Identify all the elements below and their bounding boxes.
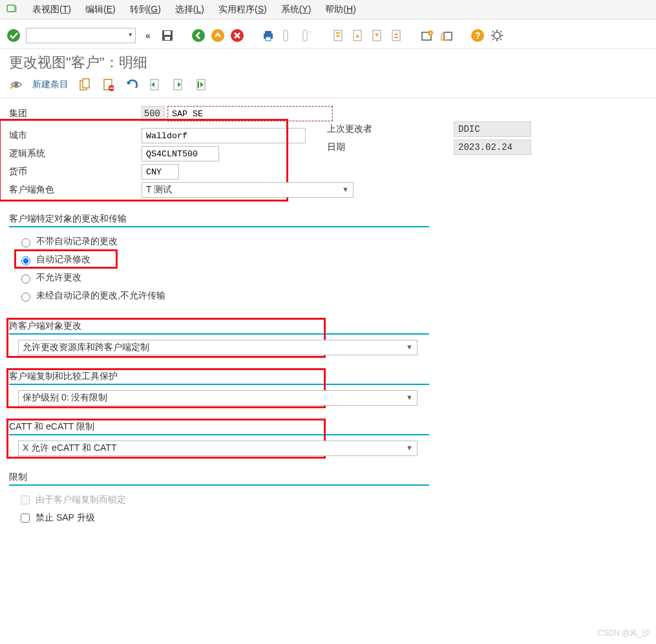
menu-util[interactable]: 实用程序(S) (218, 4, 267, 16)
catt-select[interactable]: X 允许 eCATT 和 CATT▼ (18, 441, 418, 456)
exit-button[interactable] (211, 28, 225, 43)
ok-button[interactable] (6, 28, 21, 43)
client-role-value: T 测试 (146, 184, 172, 196)
cancel-button[interactable] (230, 28, 244, 43)
command-field[interactable] (26, 28, 136, 43)
catt-value: X 允许 eCATT 和 CATT (23, 442, 116, 454)
next-page-button[interactable] (370, 28, 384, 43)
radio-opt3-label: 不允许更改 (36, 272, 81, 284)
svg-text:?: ? (475, 30, 481, 41)
undo-button[interactable] (124, 78, 138, 92)
logical-system-input[interactable] (142, 146, 219, 161)
copy-protection-value: 保护级别 0: 没有限制 (23, 392, 107, 404)
radio-opt3[interactable] (21, 275, 30, 284)
first-page-button[interactable] (331, 28, 345, 43)
svg-rect-3 (164, 31, 171, 35)
cross-client-select[interactable]: 允许更改资源库和跨客户端定制▼ (18, 340, 418, 355)
radio-opt1[interactable] (21, 238, 30, 247)
logical-system-label: 逻辑系统 (9, 148, 142, 160)
app-toolbar: « + + ? (0, 19, 656, 49)
last-page-button[interactable] (389, 28, 403, 43)
form-details: 城市 逻辑系统 货币 客户端角色 T 测试▼ 上次更改者 DDIC 日期 202… (0, 120, 656, 204)
next-entry-button[interactable] (171, 78, 185, 92)
print-button[interactable] (261, 28, 275, 43)
svg-point-1 (7, 29, 20, 42)
chk-locked (21, 495, 30, 504)
new-entry-button[interactable]: 新建条目 (32, 79, 69, 90)
menu-select[interactable]: 选择(L) (175, 4, 204, 16)
chk-no-upgrade-label: 禁止 SAP 升级 (36, 512, 95, 524)
group-catt: CATT 和 eCATT 限制 X 允许 eCATT 和 CATT▼ (9, 421, 429, 456)
group-cross-client: 跨客户端对象更改 允许更改资源库和跨客户端定制▼ (9, 320, 429, 355)
menu-edit[interactable]: 编辑(E) (85, 4, 116, 16)
back-button[interactable] (191, 28, 206, 43)
svg-text:+: + (429, 30, 432, 36)
group-restrictions-title: 限制 (9, 472, 429, 486)
chk-locked-label: 由于客户端复制而锁定 (36, 494, 126, 506)
svg-text:+: + (308, 29, 312, 36)
menu-goto[interactable]: 转到(G) (130, 4, 161, 16)
currency-label: 货币 (9, 166, 142, 178)
find-button[interactable] (280, 28, 295, 43)
radio-opt2-label: 自动记录修改 (36, 254, 90, 265)
radio-opt4-label: 未经自动记录的更改,不允许传输 (36, 290, 165, 302)
history-icon[interactable]: « (141, 28, 155, 43)
currency-input[interactable] (142, 164, 179, 180)
chk-no-upgrade[interactable] (21, 514, 30, 523)
changed-by-value: DDIC (454, 121, 531, 137)
menu-help[interactable]: 帮助(H) (325, 4, 355, 16)
city-label: 城市 (9, 130, 142, 141)
group-copy-protection-title: 客户端复制和比较工具保护 (9, 371, 429, 385)
group-restrictions: 限制 由于客户端复制而锁定 禁止 SAP 升级 (9, 472, 429, 527)
svg-rect-4 (165, 37, 170, 40)
group-client-specific: 客户端特定对象的更改和传输 不带自动记录的更改 自动记录修改 不允许更改 未经自… (9, 213, 429, 305)
delete-button[interactable] (101, 78, 115, 92)
group-catt-title: CATT 和 eCATT 限制 (9, 421, 429, 435)
client-label: 集团 (9, 108, 142, 119)
date-value: 2023.02.24 (454, 140, 531, 155)
group-copy-protection: 客户端复制和比较工具保护 保护级别 0: 没有限制▼ (9, 371, 429, 406)
svg-rect-35 (83, 79, 89, 88)
function-toolbar: 新建条目 (0, 72, 656, 98)
help-button[interactable]: ? (471, 28, 485, 43)
svg-point-24 (494, 32, 500, 39)
layout-button[interactable] (439, 28, 454, 43)
svg-rect-21 (444, 32, 452, 40)
svg-line-32 (492, 39, 494, 40)
copy-protection-select[interactable]: 保护级别 0: 没有限制▼ (18, 390, 418, 406)
find-next-button[interactable]: + (300, 28, 314, 43)
client-value: 500 (142, 106, 165, 121)
svg-point-5 (192, 29, 205, 42)
menu-system[interactable]: 系统(Y) (281, 4, 312, 16)
svg-point-6 (211, 29, 224, 42)
new-session-button[interactable]: + (420, 28, 434, 43)
client-role-label: 客户端角色 (9, 184, 142, 196)
chevron-down-icon: ▼ (342, 185, 349, 193)
svg-line-30 (500, 39, 502, 40)
city-input[interactable] (142, 128, 306, 143)
table-control-button[interactable] (194, 78, 208, 92)
copy-button[interactable] (78, 78, 92, 92)
toggle-display-button[interactable] (9, 78, 23, 92)
svg-point-33 (14, 83, 18, 87)
date-label: 日期 (327, 141, 454, 153)
svg-line-29 (492, 31, 494, 32)
local-layout-button[interactable] (490, 28, 504, 43)
group-client-specific-title: 客户端特定对象的更改和传输 (9, 213, 429, 227)
svg-rect-10 (266, 37, 271, 41)
client-role-select[interactable]: T 测试▼ (142, 182, 354, 198)
radio-opt4[interactable] (21, 293, 30, 302)
prev-page-button[interactable] (350, 28, 365, 43)
chevron-down-icon: ▼ (406, 343, 413, 351)
previous-entry-button[interactable] (147, 78, 162, 92)
svg-line-31 (500, 31, 502, 32)
radio-opt2[interactable] (21, 256, 30, 265)
client-name-input[interactable] (167, 106, 333, 121)
svg-rect-0 (7, 5, 15, 12)
radio-opt1-label: 不带自动记录的更改 (36, 236, 118, 247)
save-button[interactable] (160, 28, 175, 43)
form-header: 集团 500 (0, 98, 656, 120)
chevron-down-icon: ▼ (406, 444, 413, 452)
menu-table-view[interactable]: 表视图(T) (32, 4, 71, 16)
page-title: 更改视图"客户"：明细 (0, 49, 656, 72)
